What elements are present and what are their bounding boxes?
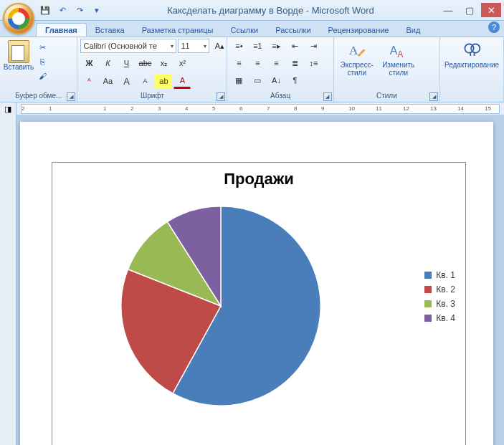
align-left-icon[interactable]: ≡ bbox=[230, 56, 247, 70]
ribbon: Вставить ✂ ⎘ 🖌 Буфер обме... ◢ Calibri (… bbox=[0, 37, 504, 102]
line-spacing-icon[interactable]: ↕≡ bbox=[305, 56, 322, 70]
align-right-icon[interactable]: ≡ bbox=[267, 56, 285, 70]
grow-font-button[interactable]: A bbox=[118, 74, 135, 88]
titlebar: 💾 ↶ ↷ ▾ Каксделать диаграмму в Ворде - M… bbox=[0, 0, 504, 21]
paste-label: Вставить bbox=[4, 63, 34, 71]
legend-item: Кв. 2 bbox=[424, 284, 455, 295]
window-controls: — ▢ ✕ bbox=[438, 3, 501, 17]
format-painter-icon[interactable]: 🖌 bbox=[36, 70, 49, 82]
clear-format-icon[interactable]: ᴬ bbox=[80, 74, 98, 88]
maximize-button[interactable]: ▢ bbox=[460, 3, 480, 17]
shrink-font-button[interactable]: A bbox=[136, 74, 153, 88]
paste-button[interactable]: Вставить bbox=[3, 39, 34, 71]
justify-icon[interactable]: ≣ bbox=[286, 56, 303, 70]
paragraph-launcher[interactable]: ◢ bbox=[323, 92, 332, 101]
help-icon[interactable]: ? bbox=[488, 21, 500, 33]
qat-customize-icon[interactable]: ▾ bbox=[90, 4, 103, 16]
close-button[interactable]: ✕ bbox=[481, 3, 501, 17]
save-icon[interactable]: 💾 bbox=[39, 4, 52, 16]
chart-title: Продажи bbox=[52, 170, 465, 188]
legend-label: Кв. 1 bbox=[436, 270, 455, 280]
ruler-scale[interactable]: 21123456789101112131415 bbox=[21, 104, 500, 114]
quick-styles-icon: A bbox=[347, 41, 367, 61]
legend-swatch bbox=[424, 300, 432, 307]
copy-icon[interactable]: ⎘ bbox=[36, 56, 49, 67]
svg-point-4 bbox=[471, 44, 480, 52]
group-styles: A Экспресс-стили AA Изменить стили Стили… bbox=[334, 37, 440, 102]
superscript-button[interactable]: x² bbox=[173, 56, 191, 70]
numbering-icon[interactable]: ≡1 bbox=[249, 39, 266, 53]
tab-вставка[interactable]: Вставка bbox=[87, 24, 133, 37]
strike-button[interactable]: abc bbox=[136, 56, 153, 70]
legend-item: Кв. 4 bbox=[424, 313, 455, 323]
paste-icon bbox=[8, 40, 29, 63]
tab-главная[interactable]: Главная bbox=[36, 23, 87, 37]
bullets-icon[interactable]: ≡• bbox=[230, 39, 247, 53]
tab-ссылки[interactable]: Ссылки bbox=[222, 24, 267, 37]
legend-label: Кв. 2 bbox=[436, 284, 455, 295]
quick-styles-button[interactable]: A Экспресс-стили bbox=[337, 39, 377, 77]
tab-рассылки[interactable]: Рассылки bbox=[267, 24, 319, 37]
legend-label: Кв. 4 bbox=[436, 313, 455, 323]
shading-icon[interactable]: ▦ bbox=[230, 73, 247, 87]
group-styles-label: Стили bbox=[337, 91, 437, 100]
legend-swatch bbox=[424, 272, 432, 279]
multilevel-icon[interactable]: ≡▸ bbox=[267, 39, 285, 53]
clipboard-launcher[interactable]: ◢ bbox=[67, 92, 75, 101]
change-case-button[interactable]: Aa bbox=[99, 74, 116, 88]
legend-swatch bbox=[424, 286, 432, 293]
tab-рецензирование[interactable]: Рецензирование bbox=[320, 24, 398, 37]
legend-item: Кв. 1 bbox=[424, 270, 455, 280]
styles-launcher[interactable]: ◢ bbox=[429, 92, 438, 101]
ribbon-tabs: ГлавнаяВставкаРазметка страницыСсылкиРас… bbox=[36, 21, 504, 37]
align-center-icon[interactable]: ≡ bbox=[249, 56, 266, 70]
group-clipboard: Вставить ✂ ⎘ 🖌 Буфер обме... ◢ bbox=[0, 37, 77, 102]
window-title: Каксделать диаграмму в Ворде - Microsoft… bbox=[103, 5, 438, 16]
view-selector[interactable]: ◨ bbox=[0, 102, 16, 115]
italic-button[interactable]: К bbox=[99, 56, 116, 70]
legend-label: Кв. 3 bbox=[436, 299, 455, 309]
svg-text:A: A bbox=[348, 43, 358, 57]
indent-dec-icon[interactable]: ⇤ bbox=[286, 39, 303, 53]
change-styles-button[interactable]: AA Изменить стили bbox=[379, 39, 419, 77]
tab-разметка страницы[interactable]: Разметка страницы bbox=[133, 24, 222, 37]
font-size-combo[interactable]: 11▾ bbox=[178, 39, 209, 53]
bold-button[interactable]: Ж bbox=[80, 56, 98, 70]
undo-icon[interactable]: ↶ bbox=[56, 4, 69, 16]
tab-вид[interactable]: Вид bbox=[398, 24, 429, 37]
font-color-button[interactable]: A bbox=[173, 73, 191, 89]
cut-icon[interactable]: ✂ bbox=[36, 42, 49, 53]
word-window: 💾 ↶ ↷ ▾ Каксделать диаграмму в Ворде - M… bbox=[0, 0, 504, 445]
svg-text:A: A bbox=[397, 49, 404, 59]
borders-icon[interactable]: ▭ bbox=[249, 73, 266, 87]
minimize-button[interactable]: — bbox=[438, 3, 458, 17]
ruler-vertical[interactable] bbox=[0, 115, 16, 445]
sort-icon[interactable]: A↓ bbox=[267, 73, 285, 87]
legend-item: Кв. 3 bbox=[424, 299, 455, 309]
office-button[interactable] bbox=[3, 3, 34, 34]
group-paragraph: ≡• ≡1 ≡▸ ⇤ ⇥ ≡ ≡ ≡ ≣ ↕≡ ▦ ▭ A↓ ¶ bbox=[227, 37, 333, 102]
underline-button[interactable]: Ч bbox=[118, 56, 135, 70]
chart-object[interactable]: Продажи Кв. 1Кв. 2Кв. 3Кв. 4 bbox=[52, 162, 466, 445]
pie-chart bbox=[117, 202, 325, 410]
document-area[interactable]: Продажи Кв. 1Кв. 2Кв. 3Кв. 4 bbox=[0, 115, 504, 445]
subscript-button[interactable]: x₂ bbox=[155, 56, 172, 70]
legend-swatch bbox=[424, 315, 432, 322]
group-font-label: Шрифт bbox=[80, 91, 224, 100]
group-editing: Редактирование bbox=[440, 37, 504, 102]
font-launcher[interactable]: ◢ bbox=[217, 92, 225, 101]
page: Продажи Кв. 1Кв. 2Кв. 3Кв. 4 bbox=[20, 122, 493, 445]
indent-inc-icon[interactable]: ⇥ bbox=[305, 39, 322, 53]
svg-text:A: A bbox=[389, 44, 397, 57]
font-name-combo[interactable]: Calibri (Основной те▾ bbox=[80, 39, 176, 53]
group-font: Calibri (Основной те▾ 11▾ A▴ Ж К Ч abc x… bbox=[77, 37, 227, 102]
group-paragraph-label: Абзац bbox=[230, 91, 330, 100]
editing-button[interactable]: Редактирование bbox=[443, 39, 500, 69]
redo-icon[interactable]: ↷ bbox=[73, 4, 86, 16]
highlight-button[interactable]: ab bbox=[155, 74, 172, 88]
group-clipboard-label: Буфер обме... bbox=[3, 91, 74, 100]
show-marks-icon[interactable]: ¶ bbox=[286, 73, 303, 87]
grow-font-icon[interactable]: A▴ bbox=[211, 39, 228, 53]
chart-legend: Кв. 1Кв. 2Кв. 3Кв. 4 bbox=[424, 270, 455, 327]
quick-access-toolbar: 💾 ↶ ↷ ▾ bbox=[39, 4, 103, 16]
